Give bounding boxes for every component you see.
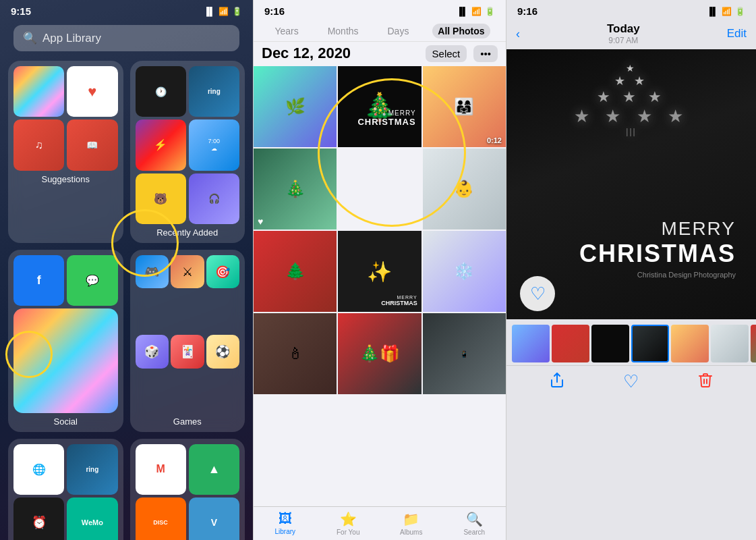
game-app-2[interactable]: ⚔ [171,255,204,289]
app-messenger[interactable]: ⚡ [136,119,186,170]
p3-title-sub: 9:07 AM [607,36,640,45]
p2-time: 9:16 [264,5,285,17]
delete-button[interactable] [697,372,714,392]
app-weather-recently[interactable]: 7:00☁ [189,119,239,170]
p1-status-bar: 9:15 ▐▌ 📶 🔋 [0,0,253,20]
photo-cell-3[interactable]: 🎄 ♥ [254,148,337,230]
p1-status-icons: ▐▌ 📶 🔋 [204,7,242,16]
nav-library[interactable]: 🖼 Library [254,511,317,536]
game-app-5[interactable]: 🃏 [171,335,204,369]
thumb-3[interactable] [591,325,629,362]
tab-years[interactable]: Years [269,24,303,38]
folder-social[interactable]: f 💬 Social [8,250,123,432]
app-venmo[interactable]: V [189,497,239,540]
edit-button[interactable]: Edit [727,27,747,40]
photo-cell-xmas2[interactable]: ✨ MERRY CHRISTMAS [338,231,421,312]
p3-bottom-toolbar: ♡ [506,365,756,400]
back-button[interactable]: ‹ [516,27,520,41]
folder-games[interactable]: 🎮 ⚔ 🎯 🎲 🃏 ⚽ Games [130,250,245,432]
photo-7-content: 🕯 [254,313,337,394]
photo-cell-applib[interactable]: 📱 [423,313,506,394]
utilities-grid: 🌐 ring ⏰ WeMo [13,444,118,541]
photo-cell-5[interactable]: 🌲 [254,231,337,312]
thumb-5[interactable] [671,325,709,362]
folder-suggestions[interactable]: ♥ ♫ 📖 Suggestions [8,61,123,243]
p3-merry: MERRY [579,218,736,240]
app-photos[interactable] [13,66,64,117]
thumb-2[interactable] [552,325,589,362]
p3-title-group: Today 9:07 AM [607,22,640,45]
nav-albums[interactable]: 📁 Albums [380,511,443,536]
app-messages[interactable]: 💬 [67,255,117,306]
video-duration-badge: 0:12 [487,136,502,144]
app-chrome[interactable]: 🌐 [13,444,64,495]
tab-all-photos[interactable]: All Photos [432,24,490,38]
favorite-button[interactable]: ♡ [623,371,639,392]
p2-photo-grid-wrap: 🌿 🎄 MERRY CHRISTMAS 👨‍👩‍👧 0:12 🎄 ♥ [254,66,506,506]
game-app-4[interactable]: 🎲 [136,335,169,369]
p2-battery-icon: 🔋 [485,7,495,16]
for-you-label: For You [337,529,359,536]
app-gmail[interactable]: M [136,444,186,495]
app-triangle[interactable]: ▲ [189,444,239,495]
app-ring2[interactable]: ring [67,444,117,495]
nav-search[interactable]: 🔍 Search [443,511,506,536]
folder-recently-added[interactable]: 🕐 ring ⚡ 7:00☁ 🐻 🎧 Recently Added [130,61,245,243]
app-library-search[interactable]: 🔍 App Library [13,25,239,51]
heart-icon: ♡ [530,284,546,304]
battery-icon: 🔋 [232,7,242,16]
tab-months[interactable]: Months [322,24,364,38]
app-photos2[interactable] [13,308,118,413]
for-you-icon: ⭐ [340,511,357,527]
app-music[interactable]: ♫ [13,119,64,170]
p1-app-grid: ♥ ♫ 📖 Suggestions 🕐 ring ⚡ 7:00☁ 🐻 🎧 Rec… [0,61,253,540]
p2-view-tabs: Years Months Days All Photos [254,20,506,42]
app-bear[interactable]: 🐻 [136,173,186,224]
heart-button-overlay[interactable]: ♡ [520,276,555,311]
p3-photo-bg: ★ ★ ★ ★ ★ ★ ★ ★ ★ ★ ||| MERRY CHRISTMAS … [506,49,756,319]
app-discover[interactable]: DISC [136,497,186,540]
thumb-6[interactable] [711,325,749,362]
folder-utilities[interactable]: 🌐 ring ⏰ WeMo Utilities [8,439,123,541]
photo-cell-2[interactable]: 👨‍👩‍👧 0:12 [423,66,506,147]
search-nav-icon: 🔍 [466,511,483,527]
photo-cell-1[interactable]: 🌿 [254,66,337,147]
search-label: Search [463,529,485,536]
app-ring[interactable]: ring [189,66,239,117]
tab-days[interactable]: Days [382,24,414,38]
suggestions-label: Suggestions [13,174,118,184]
p3-battery-icon: 🔋 [735,7,745,16]
photo-cell-xmas-main[interactable]: 🎄 MERRY CHRISTMAS [338,66,421,147]
app-clock2[interactable]: ⏰ [13,497,64,540]
productivity-grid: M ▲ DISC V [136,444,240,541]
photo-cell-8[interactable]: 🎄🎁 [338,313,421,394]
nav-for-you[interactable]: ⭐ For You [317,511,380,536]
p1-time: 9:15 [11,5,31,17]
photo-8-content: 🎄🎁 [338,313,421,394]
share-button[interactable] [549,372,565,392]
p3-signal-icon: ▐▌ [707,7,718,16]
search-icon: 🔍 [23,31,37,45]
game-app-3[interactable]: 🎯 [206,255,240,289]
photo-1-content: 🌿 [254,66,337,147]
p3-status-icons: ▐▌ 📶 🔋 [707,7,745,16]
photo-cell-6[interactable]: ❄️ [423,231,506,312]
app-clock[interactable]: 🕐 [136,66,186,117]
thumb-7[interactable] [751,325,756,362]
p3-header: ‹ Today 9:07 AM Edit [506,20,756,49]
app-wemo[interactable]: WeMo [67,497,117,540]
thumb-4[interactable] [631,325,669,362]
app-facebook[interactable]: f [13,255,64,306]
thumb-1[interactable] [512,325,550,362]
game-app-1[interactable]: 🎮 [136,255,169,289]
app-books[interactable]: 📖 [67,119,117,170]
select-button[interactable]: Select [426,45,467,62]
more-button[interactable]: ••• [473,45,498,62]
photo-cell-4[interactable]: 👶 [423,148,506,230]
star-tree: ★ ★ ★ ★ ★ ★ ★ ★ ★ ★ ||| [574,63,689,136]
photo-cell-7[interactable]: 🕯 [254,313,337,394]
game-app-6[interactable]: ⚽ [206,335,240,369]
folder-productivity[interactable]: M ▲ DISC V Productivity & Finance [130,439,245,541]
app-health[interactable]: ♥ [67,66,117,117]
app-headphones[interactable]: 🎧 [189,173,239,224]
